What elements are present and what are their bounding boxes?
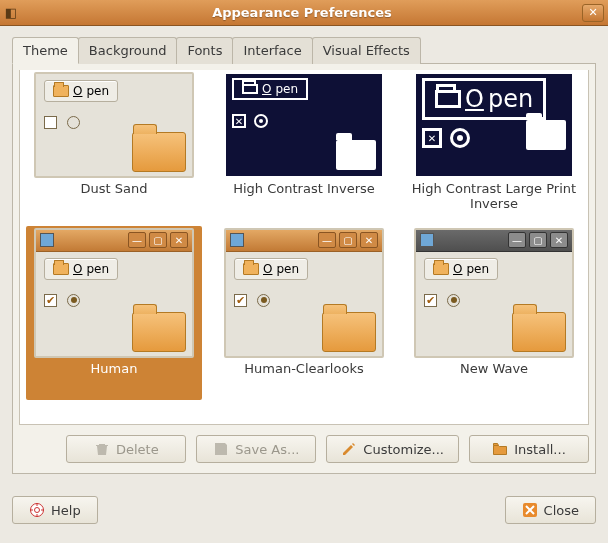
tab-interface[interactable]: Interface — [232, 37, 312, 64]
install-label: Install... — [514, 442, 566, 457]
theme-name: High Contrast Inverse — [231, 178, 377, 218]
svg-point-1 — [35, 508, 40, 513]
theme-action-row: Delete Save As... Customize... Install..… — [19, 435, 589, 463]
tab-theme[interactable]: Theme — [12, 37, 79, 64]
folder-icon — [433, 263, 449, 275]
trash-icon — [94, 441, 110, 457]
open-button-sample: Open — [234, 258, 308, 280]
dialog-footer: Help Close — [0, 486, 608, 536]
theme-item[interactable]: Open High Contrast Large Print Inverse — [406, 70, 582, 222]
pencil-icon — [341, 441, 357, 457]
tab-visual-effects[interactable]: Visual Effects — [312, 37, 421, 64]
theme-list[interactable]: — ▢ ✕ Open Dust Sand Open High Contrast … — [19, 70, 589, 425]
window-title: Appearance Preferences — [22, 5, 582, 20]
theme-tab-panel: — ▢ ✕ Open Dust Sand Open High Contrast … — [12, 64, 596, 474]
window-icon — [40, 233, 54, 247]
help-label: Help — [51, 503, 81, 518]
folder-icon — [336, 140, 376, 170]
open-button-sample: Open — [232, 78, 308, 100]
maximize-icon: ▢ — [529, 232, 547, 248]
theme-name: High Contrast Large Print Inverse — [408, 178, 580, 220]
radio-sample — [257, 294, 270, 307]
folder-icon — [512, 312, 566, 352]
delete-label: Delete — [116, 442, 159, 457]
radio-sample — [450, 128, 470, 148]
close-icon: ✕ — [360, 232, 378, 248]
open-button-sample: Open — [44, 258, 118, 280]
radio-sample — [67, 116, 80, 129]
save-as-button: Save As... — [196, 435, 316, 463]
checkbox-sample — [44, 294, 57, 307]
close-icon — [522, 502, 538, 518]
help-icon — [29, 502, 45, 518]
theme-name: New Wave — [458, 358, 530, 398]
close-icon: ✕ — [550, 232, 568, 248]
window-titlebar: ◧ Appearance Preferences ✕ — [0, 0, 608, 26]
folder-icon — [132, 312, 186, 352]
save-as-label: Save As... — [235, 442, 299, 457]
folder-icon — [243, 263, 259, 275]
tab-fonts[interactable]: Fonts — [176, 37, 233, 64]
install-button[interactable]: Install... — [469, 435, 589, 463]
folder-icon — [53, 85, 69, 97]
tab-background[interactable]: Background — [78, 37, 178, 64]
minimize-icon: — — [128, 232, 146, 248]
theme-item[interactable]: Open High Contrast Inverse — [216, 70, 392, 222]
checkbox-sample — [232, 114, 246, 128]
theme-item[interactable]: — ▢ ✕ Open Dust Sand — [26, 70, 202, 222]
open-button-sample: Open — [44, 80, 118, 102]
theme-item[interactable]: — ▢ ✕ Open New Wave — [406, 226, 582, 400]
radio-sample — [254, 114, 268, 128]
preferences-tabs: ThemeBackgroundFontsInterfaceVisual Effe… — [12, 36, 596, 64]
minimize-icon: — — [508, 232, 526, 248]
theme-item[interactable]: — ▢ ✕ Open Human — [26, 226, 202, 400]
customize-label: Customize... — [363, 442, 444, 457]
app-icon: ◧ — [0, 5, 22, 20]
theme-name: Human — [89, 358, 140, 398]
maximize-icon: ▢ — [339, 232, 357, 248]
folder-icon — [492, 441, 508, 457]
folder-icon — [526, 120, 566, 150]
customize-button[interactable]: Customize... — [326, 435, 459, 463]
radio-sample — [447, 294, 460, 307]
help-button[interactable]: Help — [12, 496, 98, 524]
theme-item[interactable]: — ▢ ✕ Open Human-Clearlooks — [216, 226, 392, 400]
close-icon: ✕ — [170, 232, 188, 248]
save-icon — [213, 441, 229, 457]
checkbox-sample — [234, 294, 247, 307]
radio-sample — [67, 294, 80, 307]
checkbox-sample — [44, 116, 57, 129]
checkbox-sample — [424, 294, 437, 307]
open-button-sample: Open — [424, 258, 498, 280]
delete-button: Delete — [66, 435, 186, 463]
minimize-icon: — — [318, 232, 336, 248]
close-button[interactable]: Close — [505, 496, 596, 524]
window-icon — [230, 233, 244, 247]
close-label: Close — [544, 503, 579, 518]
folder-icon — [53, 263, 69, 275]
theme-name: Human-Clearlooks — [242, 358, 365, 398]
checkbox-sample — [422, 128, 442, 148]
theme-name: Dust Sand — [79, 178, 150, 218]
folder-icon — [322, 312, 376, 352]
window-close-button[interactable]: ✕ — [582, 4, 604, 22]
window-icon — [420, 233, 434, 247]
folder-icon — [242, 84, 258, 94]
folder-icon — [132, 132, 186, 172]
maximize-icon: ▢ — [149, 232, 167, 248]
folder-icon — [435, 90, 461, 108]
